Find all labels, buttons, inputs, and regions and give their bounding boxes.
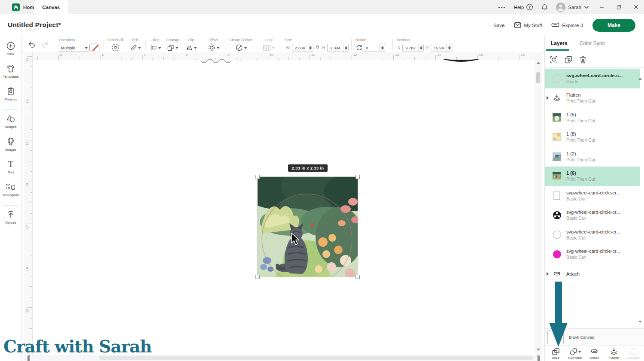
auto-select-layers-icon[interactable] [549, 55, 559, 64]
layer-row-1[interactable]: FlattenPrint Then Cut [545, 88, 640, 108]
select-all-group[interactable]: Select All [105, 38, 126, 52]
sidebar-item-images[interactable]: Images [0, 137, 21, 157]
sidebar-item-upload[interactable]: Upload [0, 210, 21, 230]
make-button[interactable]: Make [592, 19, 635, 32]
machine-icon [551, 22, 559, 28]
width-input[interactable]: 2.334 [292, 44, 313, 52]
slice-icon [552, 348, 560, 355]
help-button[interactable]: Help ? [514, 3, 534, 11]
operation-select[interactable]: Multiple [59, 44, 90, 52]
layer-row-10[interactable]: Attach [545, 264, 640, 284]
layer-row-7[interactable]: svg-wheel-card-circle-cr...Basic Cut [545, 206, 640, 225]
align-group[interactable]: Align [147, 38, 164, 52]
flip-group[interactable]: Flip [183, 38, 199, 52]
project-title[interactable]: Untitled Project* [8, 21, 61, 29]
thumb-bird-icon [552, 152, 562, 161]
rotate-stepper[interactable] [380, 44, 385, 52]
maximize-button[interactable] [614, 3, 623, 12]
layer-row-3[interactable]: 1 (8)Print Then Cut [545, 127, 640, 147]
layer-row-4[interactable]: 1 (2)Print Then Cut [545, 147, 640, 167]
ellipse-object[interactable] [440, 58, 482, 64]
tab-layers[interactable]: Layers [545, 36, 574, 51]
create-sticker-group[interactable]: Create Sticker [227, 38, 255, 52]
sidebar-item-projects[interactable]: Projects [0, 87, 21, 107]
layer-name: Flatten [566, 92, 595, 98]
width-stepper[interactable] [308, 44, 313, 52]
arrange-group[interactable]: Arrange [163, 38, 182, 52]
more-menu-icon[interactable]: ••• [498, 5, 506, 10]
guide-circle-icon [552, 73, 562, 84]
offset-icon [208, 44, 216, 52]
selection-handle-bottom-right[interactable] [355, 275, 360, 279]
close-button[interactable] [631, 3, 641, 12]
edit-toolbar: Operation Multiple Select All Edit Align… [22, 36, 544, 53]
squiggle-object[interactable] [195, 58, 243, 65]
user-menu[interactable]: Sarah [556, 3, 589, 12]
layer-row-9[interactable]: svg-wheel-card-circle-cr...Basic Cut [545, 245, 640, 264]
height-input[interactable]: 2.334 [327, 44, 349, 52]
save-button[interactable]: Save [493, 23, 504, 28]
expand-chevron-icon[interactable] [545, 96, 552, 100]
explore-machine-button[interactable]: Explore 3 [551, 22, 583, 28]
tab-color-sync[interactable]: Color Sync [574, 36, 611, 51]
layer-operation-type: Basic Cut [566, 254, 620, 260]
blank-canvas-swatch[interactable] [547, 331, 564, 344]
layer-row-2[interactable]: 1 (5)Print Then Cut [545, 108, 640, 127]
edit-group[interactable]: Edit [127, 38, 143, 52]
selection-handle-top-right[interactable] [355, 175, 360, 179]
selection-handle-top-left[interactable] [255, 175, 260, 179]
scroll-up-icon[interactable] [537, 55, 540, 62]
redo-button[interactable] [41, 41, 49, 48]
undo-button[interactable] [27, 41, 36, 48]
operation-group: Operation Multiple [59, 38, 100, 52]
scroll-right-icon[interactable] [538, 356, 541, 361]
caret-icon [244, 47, 247, 50]
sidebar-item-shapes[interactable]: Shapes [0, 114, 21, 134]
sidebar-item-text[interactable]: TText [0, 160, 21, 180]
position-y-stepper[interactable] [447, 44, 452, 52]
rotate-icon[interactable] [355, 44, 362, 51]
selection-handle-bottom-left[interactable] [255, 275, 260, 279]
vertical-scrollbar[interactable] [535, 52, 542, 355]
vertical-scrollbar-thumb[interactable] [536, 72, 540, 83]
slice-button[interactable]: Slice [547, 348, 564, 360]
layer-row-0[interactable]: svg-wheel-card-circle-c...Guide [545, 69, 640, 88]
home-icon [12, 3, 20, 11]
duplicate-layer-icon[interactable] [564, 55, 573, 64]
sidebar-item-new[interactable]: New [0, 41, 21, 61]
layer-operation-type: Print Then Cut [566, 176, 595, 182]
pen-color-swatch[interactable] [91, 43, 100, 52]
layer-operation-type: Basic Cut [566, 215, 620, 221]
combine-button[interactable]: Combine [566, 348, 583, 360]
layer-row-8[interactable]: svg-wheel-card-circle-cr...Basic Cut [545, 225, 640, 245]
svg-text:?: ? [529, 5, 531, 9]
height-stepper[interactable] [343, 44, 348, 52]
tab-canvas[interactable]: Canvas [34, 0, 68, 14]
attach-button[interactable]: Attach [586, 348, 603, 360]
layer-operation-type: Guide [566, 79, 623, 85]
horizontal-scrollbar-thumb[interactable] [99, 356, 533, 360]
text-icon: T [6, 160, 15, 169]
lock-icon[interactable] [315, 43, 320, 50]
rotate-input[interactable]: 0 [364, 44, 385, 52]
offset-group[interactable]: Offset [204, 38, 223, 52]
layer-row-6[interactable]: svg-wheel-card-circle-cr...Basic Cut [545, 186, 640, 206]
my-stuff-button[interactable]: My Stuff [514, 22, 542, 28]
layers-scroll-up-icon[interactable] [638, 70, 642, 78]
selected-garden-cat-image[interactable] [258, 177, 358, 277]
position-x-input[interactable]: 9.782 [402, 44, 424, 52]
position-y-input[interactable]: 15.94 [431, 44, 452, 52]
scroll-left-icon[interactable] [26, 356, 30, 361]
select-all-icon [112, 44, 119, 52]
warp-icon [263, 45, 271, 51]
expand-chevron-icon[interactable] [545, 272, 552, 276]
sidebar-item-templates[interactable]: Templates [0, 64, 21, 84]
flatten-button[interactable]: Flatten [605, 348, 623, 360]
minimize-button[interactable] [597, 3, 606, 12]
sidebar-item-monogram[interactable]: mGMonogram [0, 182, 21, 203]
position-x-stepper[interactable] [418, 44, 423, 52]
envelope-icon [514, 22, 521, 28]
delete-layer-icon[interactable] [578, 55, 588, 64]
notifications-bell-icon[interactable] [541, 3, 548, 11]
layer-row-5[interactable]: 1 (6)Print Then Cut [545, 167, 640, 186]
